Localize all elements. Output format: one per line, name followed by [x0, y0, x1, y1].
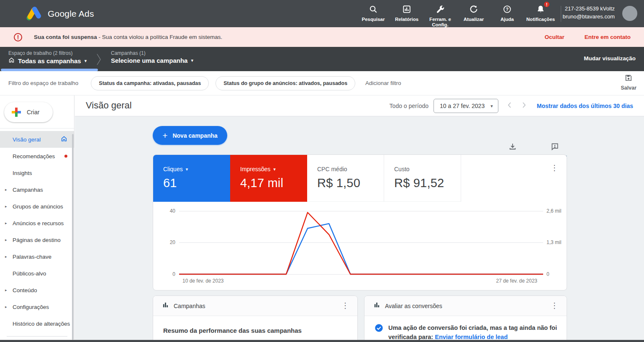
metric-cpc-medio: CPC médio R$ 1,50	[307, 155, 384, 202]
campaign-label: Selecione uma campanha	[111, 57, 187, 64]
help-icon: ?	[503, 5, 512, 15]
nav-notifications[interactable]: Notificações !	[524, 0, 557, 27]
chevron-down-icon: ▾	[191, 58, 193, 63]
date-range-value: 10 a 27 fev. 2023	[440, 103, 485, 109]
feedback-icon	[551, 142, 559, 152]
suspension-alert-banner: ! Sua conta foi suspensa - Sua conta vio…	[0, 27, 644, 47]
google-ads-logo[interactable]: Google Ads	[26, 5, 94, 23]
save-icon	[624, 74, 633, 84]
conversions-card: Avaliar as conversões ⋮ Uma ação de conv…	[364, 296, 567, 340]
google-ads-logo-icon	[26, 5, 43, 23]
expand-arrow-icon: ▸	[5, 288, 7, 292]
campaigns-card-menu-button[interactable]: ⋮	[341, 303, 348, 309]
sidebar-item-grupos-de-anuncios[interactable]: ▸ Grupos de anúncios	[0, 198, 74, 215]
alert-message: - Sua conta violou a política Fraude em …	[97, 34, 222, 40]
next-period-button[interactable]	[520, 101, 528, 111]
expand-arrow-icon: ▸	[5, 238, 7, 242]
sidebar-item-recomendacoes[interactable]: Recomendações	[0, 148, 74, 165]
expand-arrow-icon: ▸	[5, 305, 7, 309]
metric-cliques[interactable]: Cliques▾ 61	[153, 155, 230, 202]
filter-chip-adgroup-status[interactable]: Status do grupo de anúncios: ativados, p…	[216, 76, 355, 90]
period-label: Todo o período	[390, 103, 428, 109]
metric-impressoes[interactable]: Impressões▾ 4,17 mil	[230, 155, 307, 202]
main-content: Visão geral Todo o período 10 a 27 fev. …	[75, 95, 644, 340]
sidebar: Criar Visão geral Recomendações Insights…	[0, 95, 74, 340]
top-app-bar: Google Ads Pesquisar Relatórios Ferram. …	[0, 0, 644, 27]
sidebar-item-paginas-de-destino[interactable]: ▸ Páginas de destino	[0, 231, 74, 248]
chevron-down-icon: ▾	[490, 103, 493, 109]
metric-impressoes-value: 4,17 mil	[240, 176, 307, 190]
filter-bar-label: Filtro do espaço de trabalho	[8, 80, 78, 86]
nav-help[interactable]: ? Ajuda	[490, 0, 524, 27]
account-info: 217-235-8539 kVoltz bruno@btavares.com	[563, 5, 615, 21]
home-icon	[61, 136, 67, 144]
change-view-button[interactable]: Mudar visualização	[584, 55, 636, 62]
save-button[interactable]: Salvar	[621, 74, 636, 91]
reports-icon	[402, 5, 411, 15]
sidebar-item-conteudo[interactable]: ▸ Conteúdo	[0, 282, 74, 298]
account-email: bruno@btavares.com	[563, 13, 615, 21]
chevron-down-icon: ▾	[85, 58, 87, 64]
sidebar-item-palavras-chave[interactable]: ▸ Palavras-chave	[0, 248, 74, 265]
notification-badge: !	[543, 1, 550, 8]
bar-chart-icon	[374, 302, 380, 310]
chevron-down-icon: ▾	[273, 167, 276, 172]
conversion-status-text: Uma ação de conversão foi criada, mas a …	[388, 324, 558, 340]
sidebar-item-configuracoes[interactable]: ▸ Configurações	[0, 298, 74, 315]
download-icon	[508, 142, 517, 152]
sidebar-divider	[7, 336, 67, 337]
sidebar-item-campanhas[interactable]: ▸ Campanhas	[0, 181, 74, 198]
conversions-card-menu-button[interactable]: ⋮	[551, 303, 557, 309]
metric-cliques-value: 61	[163, 176, 230, 190]
left-axis-tick-20: 20	[155, 239, 175, 245]
sidebar-item-publicos-alvo[interactable]: Públicos-alvo	[0, 265, 74, 282]
new-campaign-button[interactable]: + Nova campanha	[153, 126, 227, 145]
nav-tools-settings[interactable]: Ferram. e Config.	[423, 0, 457, 27]
chevron-down-icon: ▾	[186, 167, 188, 172]
sidebar-scrollbar[interactable]	[72, 134, 74, 340]
x-axis-end-date: 27 de fev. de 2023	[496, 278, 537, 284]
x-axis-start-date: 10 de fev. de 2023	[182, 278, 224, 284]
campaigns-card-body: Resumo da performance das suas campanhas	[153, 316, 357, 334]
nav-search[interactable]: Pesquisar	[357, 0, 390, 27]
metric-cpc-value: R$ 1,50	[317, 176, 384, 190]
metric-strip: Cliques▾ 61 Impressões▾ 4,17 mil CPC méd…	[153, 155, 567, 202]
create-button[interactable]: Criar	[4, 102, 53, 122]
left-axis-tick-0: 0	[155, 271, 175, 277]
show-last-30-days-link[interactable]: Mostrar dados dos últimos 30 dias	[537, 103, 633, 109]
expand-arrow-icon: ▸	[5, 204, 7, 208]
overview-card-menu-button[interactable]: ⋮	[551, 165, 557, 171]
sidebar-item-historico-de-alteracoes[interactable]: Histórico de alterações	[0, 315, 74, 332]
add-filter-button[interactable]: Adicionar filtro	[365, 80, 401, 86]
date-range-selector[interactable]: 10 a 27 fev. 2023 ▾	[434, 99, 498, 113]
page-title: Visão geral	[86, 100, 132, 111]
workspace-selector[interactable]: Espaço de trabalho (2 filtros) Todas as …	[8, 50, 87, 64]
campaign-eyebrow: Campanhas (1)	[111, 50, 193, 56]
filter-chip-campaign-status[interactable]: Status da campanha: ativadas, pausadas	[91, 76, 209, 90]
home-icon	[8, 57, 15, 64]
right-axis-tick-0: 0	[547, 271, 549, 277]
svg-text:?: ?	[506, 7, 508, 12]
workspace-eyebrow: Espaço de trabalho (2 filtros)	[8, 50, 87, 56]
contact-us-button[interactable]: Entre em contato	[585, 34, 631, 40]
check-circle-icon	[375, 324, 383, 332]
workspace-label: Todas as campanhas	[18, 57, 81, 64]
campaign-selector[interactable]: Campanhas (1) Selecione uma campanha ▾	[111, 50, 193, 64]
nav-reports[interactable]: Relatórios	[390, 0, 423, 27]
tools-icon	[436, 5, 445, 15]
topbar-divider	[561, 6, 561, 22]
search-icon	[369, 5, 378, 15]
alert-title: Sua conta foi suspensa	[34, 34, 97, 40]
expand-arrow-icon: ▸	[5, 255, 7, 259]
workspace-navbar: Espaço de trabalho (2 filtros) Todas as …	[0, 47, 644, 71]
sidebar-item-visao-geral[interactable]: Visão geral	[0, 131, 74, 148]
sidebar-item-insights[interactable]: Insights	[0, 165, 74, 181]
hide-alert-button[interactable]: Ocultar	[544, 34, 564, 40]
previous-period-button[interactable]	[506, 101, 513, 111]
nav-refresh[interactable]: Atualizar	[457, 0, 490, 27]
performance-chart: 40 20 0 2,6 mil 1,3 mil 0 10 de fev. de …	[153, 202, 567, 291]
avatar[interactable]	[622, 6, 637, 21]
plus-icon: +	[162, 131, 167, 141]
lead-form-link[interactable]: Enviar formulário de lead	[435, 334, 508, 340]
sidebar-item-anuncios-e-recursos[interactable]: ▸ Anúncios e recursos	[0, 215, 74, 231]
